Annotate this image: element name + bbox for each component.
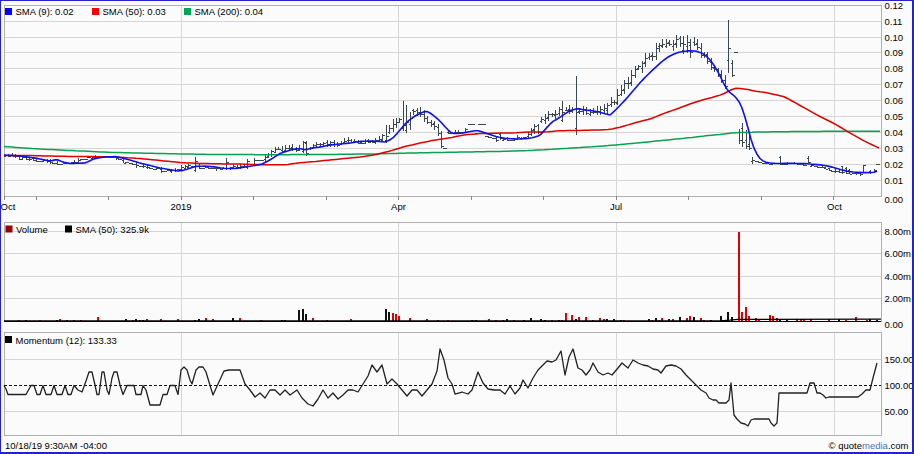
svg-text:2019: 2019	[170, 201, 191, 212]
svg-text:Oct: Oct	[1, 201, 16, 212]
svg-text:Momentum (12): 133.33: Momentum (12): 133.33	[16, 335, 117, 346]
svg-text:0.12: 0.12	[885, 0, 904, 11]
svg-text:100.00: 100.00	[885, 380, 914, 391]
svg-text:0.02: 0.02	[885, 159, 904, 170]
svg-text:6.00m: 6.00m	[885, 248, 911, 259]
svg-text:SMA (50): 325.9k: SMA (50): 325.9k	[76, 224, 150, 235]
svg-text:0.11: 0.11	[885, 16, 903, 27]
svg-text:Volume: Volume	[16, 224, 48, 235]
svg-text:150.00: 150.00	[885, 354, 914, 365]
svg-text:0.05: 0.05	[885, 111, 904, 122]
svg-text:8.00m: 8.00m	[885, 226, 911, 237]
svg-text:0.06: 0.06	[885, 95, 904, 106]
svg-text:4.00m: 4.00m	[885, 271, 911, 282]
svg-text:0.10: 0.10	[885, 32, 904, 43]
svg-text:SMA (9): 0.02: SMA (9): 0.02	[16, 6, 74, 17]
svg-text:0.00: 0.00	[885, 319, 904, 330]
svg-text:50.00: 50.00	[885, 406, 909, 417]
svg-text:0.04: 0.04	[885, 127, 904, 138]
svg-text:0.03: 0.03	[885, 143, 904, 154]
svg-text:© quotemedia.com: © quotemedia.com	[829, 440, 909, 451]
svg-text:SMA (200): 0.04: SMA (200): 0.04	[195, 6, 264, 17]
svg-text:0.08: 0.08	[885, 63, 904, 74]
svg-text:10/18/19 9:30AM -04:00: 10/18/19 9:30AM -04:00	[5, 440, 107, 451]
svg-text:SMA (50): 0.03: SMA (50): 0.03	[103, 6, 166, 17]
svg-text:Apr: Apr	[391, 201, 406, 212]
svg-text:0.00: 0.00	[885, 194, 904, 205]
svg-text:0.07: 0.07	[885, 79, 904, 90]
svg-text:0.01: 0.01	[885, 175, 904, 186]
svg-text:Jul: Jul	[610, 201, 622, 212]
svg-text:Oct: Oct	[827, 201, 842, 212]
svg-text:0.09: 0.09	[885, 47, 904, 58]
svg-text:2.00m: 2.00m	[885, 293, 911, 304]
